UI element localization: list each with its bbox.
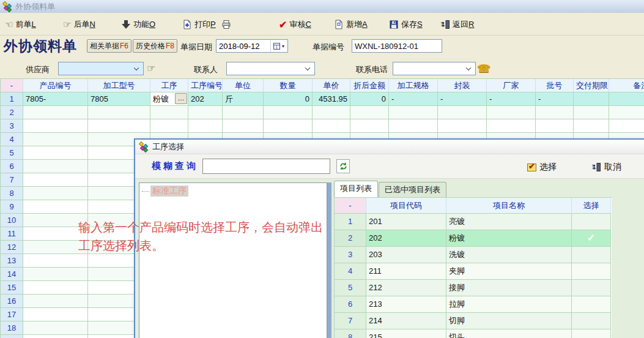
row-number[interactable]: 6 (335, 296, 366, 313)
grid-cell[interactable]: 202 (366, 230, 446, 247)
grid-cell[interactable] (609, 106, 644, 119)
row-number[interactable]: 14 (1, 268, 23, 281)
grid-cell[interactable]: 203 (366, 247, 446, 263)
grid-cell[interactable] (574, 106, 609, 119)
row-number[interactable]: 15 (1, 281, 23, 295)
row-number[interactable]: 1 (1, 92, 23, 106)
grid-cell[interactable] (438, 106, 487, 119)
functions-button[interactable]: 功能O (121, 17, 155, 32)
grid-cell[interactable]: 粉镀 (446, 230, 572, 247)
grid-cell[interactable] (23, 119, 88, 133)
row-number[interactable]: 2 (335, 230, 366, 247)
select-button[interactable]: 选择 (527, 160, 557, 175)
save-button[interactable]: 保存S (389, 17, 423, 32)
grid-cell[interactable]: 211 (366, 263, 446, 280)
grid-cell[interactable] (438, 119, 487, 133)
grid-cell[interactable] (487, 106, 536, 119)
audit-button[interactable]: ✔ 审核C (279, 17, 311, 32)
grid-cell[interactable] (572, 280, 611, 296)
print-button[interactable]: 打印P (182, 17, 216, 32)
grid-cell[interactable]: 粉镀… (150, 92, 188, 106)
grid-cell[interactable]: 洗镀 (446, 247, 572, 263)
grid-cell[interactable] (23, 173, 88, 187)
grid-cell[interactable]: 斤 (223, 92, 264, 106)
grid-cell[interactable] (536, 119, 574, 133)
grid-cell[interactable] (223, 106, 264, 119)
grid-cell[interactable] (23, 268, 88, 281)
row-number[interactable]: 3 (335, 247, 366, 263)
order-date-picker[interactable]: 2018-09-12 ▼ (216, 39, 288, 53)
grid-cell[interactable] (313, 119, 350, 133)
docno-input[interactable] (352, 39, 442, 53)
grid-cell[interactable] (23, 200, 88, 214)
grid-cell[interactable] (389, 119, 438, 133)
row-number[interactable]: 6 (1, 160, 23, 173)
grid-cell[interactable] (264, 119, 313, 133)
grid-cell[interactable]: - (536, 92, 574, 106)
grid-cell[interactable] (23, 308, 88, 321)
row-number[interactable]: 11 (1, 227, 23, 241)
process-lookup-button[interactable]: … (175, 93, 187, 104)
row-number[interactable]: 10 (1, 214, 23, 227)
grid-cell[interactable] (487, 119, 536, 133)
related-docs-button[interactable]: 相关单据F6 (87, 39, 131, 53)
grid-cell[interactable]: - (487, 92, 536, 106)
grid-cell[interactable] (572, 329, 611, 338)
supplier-lookup-icon[interactable]: ☞ (147, 62, 155, 74)
grid-cell[interactable] (223, 119, 264, 133)
row-number[interactable]: 5 (1, 146, 23, 160)
supplier-combobox[interactable] (58, 62, 144, 75)
grid-cell[interactable] (23, 281, 88, 295)
row-number[interactable]: 18 (1, 321, 23, 335)
grid-cell[interactable] (23, 335, 88, 338)
grid-cell[interactable]: 212 (366, 280, 446, 296)
grid-cell[interactable] (23, 106, 88, 119)
grid-cell[interactable] (188, 106, 223, 119)
calendar-dropdown-button[interactable]: ▼ (270, 40, 287, 52)
grid-cell[interactable] (609, 92, 644, 106)
row-number[interactable]: 19 (1, 335, 23, 338)
grid-cell[interactable]: 夹脚 (446, 263, 572, 280)
grid-cell[interactable] (23, 295, 88, 308)
grid-cell[interactable]: 亮镀 (446, 214, 572, 230)
grid-cell[interactable]: 0 (350, 92, 389, 106)
row-number[interactable]: 7 (335, 313, 366, 329)
grid-cell[interactable]: 213 (366, 296, 446, 313)
grid-cell[interactable] (350, 119, 389, 133)
row-number[interactable]: 8 (335, 329, 366, 338)
row-number[interactable]: 16 (1, 295, 23, 308)
row-number[interactable]: 9 (1, 200, 23, 214)
grid-cell[interactable] (150, 106, 188, 119)
row-number[interactable]: 8 (1, 187, 23, 200)
tree-node-standard-process[interactable]: 标准工序 (142, 186, 327, 197)
contact-combobox[interactable] (226, 62, 315, 75)
refresh-button[interactable] (336, 159, 350, 173)
grid-cell[interactable]: 切头 (446, 329, 572, 338)
grid-cell[interactable] (188, 119, 223, 133)
row-number[interactable]: 4 (1, 133, 23, 146)
grid-cell[interactable] (572, 296, 611, 313)
grid-cell[interactable] (572, 263, 611, 280)
row-number[interactable]: 7 (1, 173, 23, 187)
grid-cell[interactable] (572, 313, 611, 329)
row-number[interactable]: 12 (1, 241, 23, 254)
check-cell[interactable]: ✓ (572, 230, 611, 247)
grid-cell[interactable] (23, 146, 88, 160)
grid-cell[interactable]: 214 (366, 313, 446, 329)
grid-cell[interactable]: 201 (366, 214, 446, 230)
grid-cell[interactable]: 接脚 (446, 280, 572, 296)
row-number[interactable]: 2 (1, 106, 23, 119)
grid-cell[interactable] (23, 160, 88, 173)
phone-icon[interactable]: ☎ (477, 62, 490, 75)
grid-cell[interactable]: 0 (264, 92, 313, 106)
grid-cell[interactable]: 拉脚 (446, 296, 572, 313)
panel-splitter[interactable] (327, 182, 331, 338)
grid-cell[interactable]: 7805- (23, 92, 88, 106)
return-button[interactable]: 返回R (440, 17, 474, 32)
prev-order-button[interactable]: ☜ 前单L (5, 17, 36, 32)
grid-cell[interactable] (313, 106, 350, 119)
next-order-button[interactable]: ☞ 后单N (63, 17, 95, 32)
grid-cell[interactable] (536, 106, 574, 119)
grid-cell[interactable] (88, 106, 150, 119)
grid-cell[interactable] (23, 321, 88, 335)
